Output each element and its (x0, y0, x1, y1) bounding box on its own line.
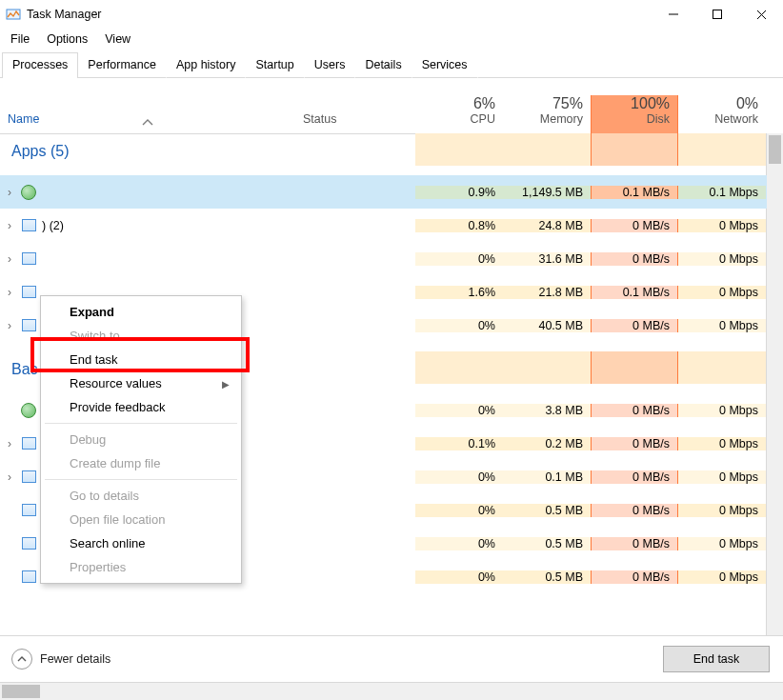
menu-item-expand[interactable]: Expand (43, 300, 239, 324)
horizontal-scrollbar[interactable] (0, 682, 783, 700)
vertical-scrollbar[interactable] (766, 133, 783, 635)
app-icon (21, 570, 36, 585)
net-cell: 0 Mbps (678, 437, 766, 450)
tab-details[interactable]: Details (354, 52, 412, 78)
titlebar: Task Manager (0, 0, 783, 29)
net-cell: 0 Mbps (678, 470, 766, 484)
cpu-cell: 0% (415, 570, 503, 584)
disk-cell: 0.1 MB/s (591, 286, 678, 299)
cpu-cell: 0.1% (415, 437, 503, 450)
mem-cell: 24.8 MB (503, 219, 591, 232)
process-row[interactable]: ›) (2)0.8%24.8 MB0 MB/s0 Mbps (0, 209, 767, 242)
net-cell: 0 Mbps (678, 319, 766, 332)
menu-file[interactable]: File (2, 30, 38, 48)
expand-chevron-icon[interactable]: › (4, 319, 15, 332)
disk-cell: 0 MB/s (591, 219, 678, 232)
expand-chevron-icon[interactable]: › (4, 219, 15, 232)
process-label: ) (2) (42, 219, 64, 232)
submenu-arrow-icon: ▶ (222, 378, 230, 389)
disk-cell: 0 MB/s (591, 437, 678, 450)
tab-users[interactable]: Users (304, 52, 356, 78)
menu-item-end-task[interactable]: End task (43, 348, 239, 371)
tab-processes[interactable]: Processes (2, 52, 78, 78)
menu-view[interactable]: View (96, 30, 139, 48)
expand-chevron-icon[interactable]: › (4, 470, 15, 484)
column-headers: Name Status 6% CPU 75% Memory 100% Disk … (0, 78, 767, 134)
mem-cell: 0.1 MB (503, 470, 591, 484)
col-cpu[interactable]: 6% CPU (415, 95, 503, 133)
expand-chevron-icon[interactable]: › (4, 437, 15, 450)
process-name-cell[interactable]: › (0, 185, 295, 200)
col-name[interactable]: Name (0, 112, 295, 133)
col-network[interactable]: 0% Network (678, 95, 766, 133)
net-cell: 0 Mbps (678, 537, 766, 550)
svg-rect-2 (713, 10, 722, 19)
app-icon (21, 318, 36, 333)
cpu-cell: 0.8% (415, 219, 503, 232)
menu-options[interactable]: Options (38, 30, 96, 48)
mem-cell: 0.5 MB (503, 504, 591, 517)
task-manager-icon (6, 7, 21, 22)
menu-item-debug: Debug (43, 428, 239, 451)
sort-indicator-icon (142, 116, 153, 130)
disk-cell: 0 MB/s (591, 404, 678, 417)
cpu-cell: 0% (415, 252, 503, 266)
menu-item-resource-values[interactable]: Resource values▶ (43, 371, 239, 395)
net-cell: 0.1 Mbps (678, 186, 766, 199)
net-cell: 0 Mbps (678, 570, 766, 584)
col-disk[interactable]: 100% Disk (591, 95, 678, 133)
disk-cell: 0 MB/s (591, 470, 678, 484)
tab-startup[interactable]: Startup (245, 52, 304, 78)
expand-chevron-icon[interactable]: › (4, 252, 15, 266)
mem-cell: 0.5 MB (503, 570, 591, 584)
net-cell: 0 Mbps (678, 504, 766, 517)
window-title: Task Manager (27, 8, 102, 21)
chevron-up-icon (11, 649, 32, 670)
process-row[interactable]: ›0.9%1,149.5 MB0.1 MB/s0.1 Mbps (0, 175, 767, 209)
app-icon (21, 470, 36, 485)
cpu-cell: 1.6% (415, 286, 503, 299)
mem-cell: 1,149.5 MB (503, 186, 591, 199)
minimize-button[interactable] (652, 0, 695, 29)
menu-item-properties: Properties (43, 555, 239, 579)
mem-cell: 0.5 MB (503, 537, 591, 550)
process-name-cell[interactable]: › (0, 251, 295, 267)
cpu-cell: 0% (415, 404, 503, 417)
group-header: Apps (5) (0, 133, 767, 166)
process-name-cell[interactable]: ›) (2) (0, 218, 295, 233)
task-manager-window: Task Manager File Options View Processes… (0, 0, 783, 700)
tab-app-history[interactable]: App history (166, 52, 247, 78)
process-list-area: Name Status 6% CPU 75% Memory 100% Disk … (0, 78, 783, 635)
cpu-cell: 0% (415, 470, 503, 484)
net-cell: 0 Mbps (678, 404, 766, 417)
maximize-button[interactable] (695, 0, 739, 29)
app-icon (21, 218, 36, 233)
menu-item-switch-to: Switch to (43, 324, 239, 348)
menu-item-search-online[interactable]: Search online (43, 531, 239, 555)
process-row[interactable]: ›0%31.6 MB0 MB/s0 Mbps (0, 242, 767, 275)
tab-services[interactable]: Services (412, 52, 478, 78)
context-menu: ExpandSwitch toEnd taskResource values▶P… (40, 295, 242, 584)
disk-cell: 0 MB/s (591, 570, 678, 584)
menu-item-open-file-location: Open file location (43, 508, 239, 531)
cpu-cell: 0% (415, 504, 503, 517)
close-button[interactable] (739, 0, 783, 29)
disk-cell: 0 MB/s (591, 319, 678, 332)
expand-chevron-icon[interactable]: › (4, 286, 15, 299)
globe-icon (21, 403, 36, 418)
app-icon (21, 503, 36, 518)
mem-cell: 40.5 MB (503, 319, 591, 332)
col-memory[interactable]: 75% Memory (503, 95, 591, 133)
group-title: Apps (5) (0, 143, 295, 166)
expand-chevron-icon[interactable]: › (4, 186, 15, 199)
fewer-details-button[interactable]: Fewer details (11, 649, 110, 670)
menu-item-provide-feedback[interactable]: Provide feedback (43, 395, 239, 419)
mem-cell: 0.2 MB (503, 437, 591, 450)
end-task-button[interactable]: End task (663, 646, 770, 672)
app-icon (21, 536, 36, 551)
col-status[interactable]: Status (295, 112, 415, 133)
disk-cell: 0 MB/s (591, 504, 678, 517)
cpu-cell: 0.9% (415, 186, 503, 199)
menubar: File Options View (0, 29, 783, 50)
tab-performance[interactable]: Performance (77, 52, 167, 78)
